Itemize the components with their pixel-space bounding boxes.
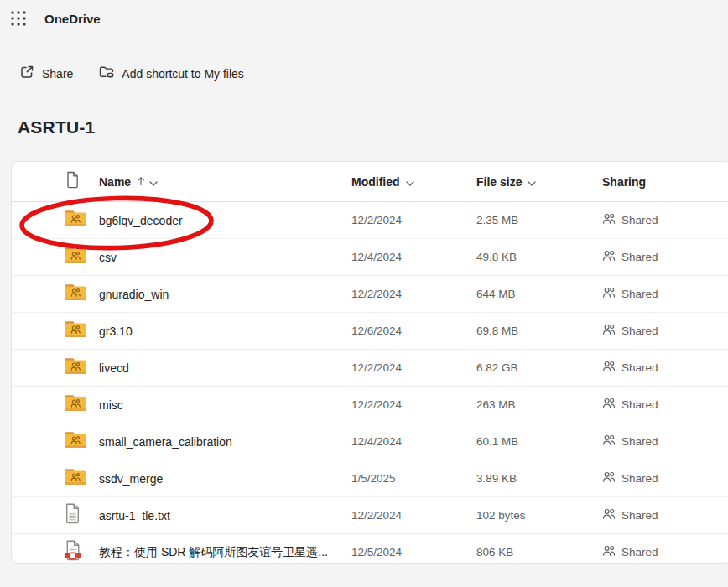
add-shortcut-button[interactable]: Add shortcut to My files	[96, 62, 246, 85]
table-row[interactable]: asrtu-1_tle.txt 12/2/2024 102 bytes Shar…	[12, 497, 728, 534]
people-icon	[602, 544, 616, 560]
app-title[interactable]: OneDrive	[44, 12, 101, 26]
shared-folder-icon	[64, 319, 87, 342]
shared-folder-icon	[64, 283, 87, 305]
row-size: 102 bytes	[476, 509, 602, 522]
row-modified: 12/4/2024	[351, 435, 476, 448]
column-header-file-size-label: File size	[476, 175, 522, 189]
row-name[interactable]: csv	[99, 251, 351, 264]
row-sharing[interactable]: Shared	[602, 286, 728, 302]
table-row[interactable]: ssdv_merge 1/5/2025 3.89 KB Shared	[12, 460, 728, 497]
table-row[interactable]: 教程：使用 SDR 解码阿斯图友谊号卫星遥... 12/5/2024 806 K…	[12, 534, 728, 570]
people-icon	[602, 360, 616, 376]
people-icon	[602, 212, 616, 228]
row-size: 3.89 KB	[476, 472, 602, 485]
table-row[interactable]: gr3.10 12/6/2024 69.8 MB Shared	[12, 313, 728, 350]
row-sharing[interactable]: Shared	[602, 249, 728, 265]
row-icon-cell	[12, 246, 99, 268]
row-sharing[interactable]: Shared	[602, 397, 728, 413]
chevron-down-icon	[528, 175, 536, 189]
table-row[interactable]: csv 12/4/2024 49.8 KB Shared	[12, 239, 728, 276]
text-file-icon	[64, 503, 81, 527]
column-header-name-label: Name	[99, 175, 131, 189]
row-modified: 12/2/2024	[351, 288, 476, 300]
column-header-sharing[interactable]: Sharing	[602, 175, 728, 189]
row-sharing-label: Shared	[621, 251, 658, 263]
row-sharing-label: Shared	[621, 398, 658, 411]
row-modified: 1/5/2025	[351, 472, 476, 485]
file-type-column-icon-cell[interactable]	[12, 171, 99, 192]
row-icon-cell	[12, 319, 99, 342]
table-row[interactable]: bg6lqv_decoder 12/2/2024 2.35 MB Shared	[12, 202, 728, 239]
share-icon	[18, 64, 35, 83]
row-name[interactable]: misc	[99, 398, 351, 412]
row-sharing-label: Shared	[621, 325, 658, 337]
row-sharing[interactable]: Shared	[602, 434, 728, 449]
app-bar: OneDrive	[0, 0, 728, 37]
row-name[interactable]: livecd	[99, 361, 351, 375]
row-sharing[interactable]: Shared	[602, 544, 728, 560]
column-header-file-size[interactable]: File size	[476, 175, 602, 189]
sort-ascending-icon	[137, 175, 145, 189]
row-sharing[interactable]: Shared	[602, 212, 728, 228]
people-icon	[602, 286, 616, 302]
row-sharing-label: Shared	[621, 288, 658, 300]
column-header-modified[interactable]: Modified	[351, 175, 476, 189]
share-button[interactable]: Share	[17, 62, 75, 85]
shared-folder-icon	[64, 246, 87, 268]
column-header-name[interactable]: Name	[99, 175, 351, 189]
row-name[interactable]: gnuradio_win	[99, 288, 351, 301]
row-sharing[interactable]: Shared	[602, 360, 728, 376]
row-icon-cell	[12, 209, 99, 231]
row-name[interactable]: small_camera_calibration	[99, 435, 351, 449]
row-sharing-label: Shared	[621, 435, 658, 448]
row-sharing-label: Shared	[621, 472, 658, 485]
people-icon	[602, 249, 616, 265]
file-list-card: Name Modified	[11, 161, 728, 564]
row-icon-cell	[12, 540, 99, 564]
share-button-label: Share	[42, 67, 73, 81]
table-row[interactable]: small_camera_calibration 12/4/2024 60.1 …	[12, 423, 728, 460]
row-icon-cell	[12, 467, 99, 490]
shared-folder-icon	[64, 209, 87, 231]
row-size: 49.8 KB	[476, 251, 602, 263]
row-sharing[interactable]: Shared	[602, 507, 728, 523]
column-header-modified-label: Modified	[351, 175, 400, 189]
row-icon-cell	[12, 356, 99, 379]
shared-folder-icon	[64, 467, 87, 490]
row-sharing-label: Shared	[621, 546, 658, 558]
command-toolbar: Share Add shortcut to My files	[17, 62, 246, 85]
row-icon-cell	[12, 393, 99, 416]
file-list: bg6lqv_decoder 12/2/2024 2.35 MB Shared	[12, 202, 728, 570]
shared-folder-icon	[64, 393, 87, 416]
row-modified: 12/2/2024	[351, 214, 476, 226]
row-name[interactable]: gr3.10	[99, 325, 351, 338]
row-name[interactable]: asrtu-1_tle.txt	[99, 509, 351, 522]
row-sharing-label: Shared	[621, 509, 658, 522]
shared-folder-icon	[64, 356, 87, 379]
row-name[interactable]: ssdv_merge	[99, 472, 351, 486]
row-icon-cell	[12, 283, 99, 305]
app-launcher-icon[interactable]	[8, 8, 29, 29]
row-icon-cell	[12, 430, 99, 453]
people-icon	[602, 507, 616, 523]
people-icon	[602, 470, 616, 486]
row-sharing[interactable]: Shared	[602, 323, 728, 339]
table-row[interactable]: gnuradio_win 12/2/2024 644 MB Shared	[12, 276, 728, 313]
row-name[interactable]: 教程：使用 SDR 解码阿斯图友谊号卫星遥...	[99, 545, 351, 560]
people-icon	[602, 434, 616, 449]
people-icon	[602, 397, 616, 413]
row-sharing[interactable]: Shared	[602, 470, 728, 486]
table-row[interactable]: livecd 12/2/2024 6.82 GB Shared	[12, 350, 728, 387]
folder-shortcut-icon	[98, 64, 115, 83]
row-size: 806 KB	[476, 546, 602, 558]
row-size: 2.35 MB	[476, 214, 602, 226]
row-modified: 12/5/2024	[351, 546, 476, 558]
row-sharing-label: Shared	[621, 214, 658, 226]
row-size: 69.8 MB	[476, 325, 602, 337]
row-size: 263 MB	[476, 398, 602, 411]
table-row[interactable]: misc 12/2/2024 263 MB Shared	[12, 387, 728, 423]
column-header-sharing-label: Sharing	[602, 175, 646, 189]
row-size: 644 MB	[476, 288, 602, 300]
row-name[interactable]: bg6lqv_decoder	[99, 214, 351, 227]
